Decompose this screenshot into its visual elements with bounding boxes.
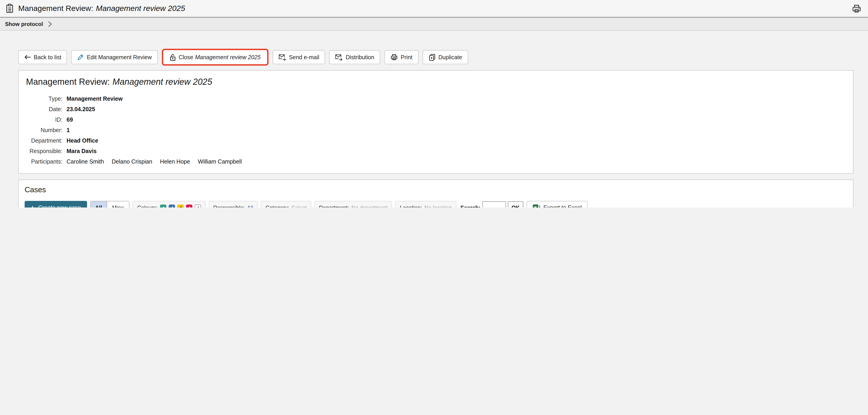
app-window: Management Review: Management review 202… xyxy=(0,0,868,207)
field-department-label: Department: xyxy=(26,137,62,144)
print-label: Print xyxy=(401,54,412,60)
field-date: Date: 23.04.2025 xyxy=(26,104,846,114)
send-email-button[interactable]: Send e-mail xyxy=(272,50,325,64)
colour-checkbox-blue[interactable]: ✓ xyxy=(168,204,175,207)
plus-icon: + xyxy=(31,204,35,207)
field-participants: Participants: Caroline Smith Delano Cris… xyxy=(26,156,846,167)
close-management-review-button[interactable]: Close Management review 2025 xyxy=(164,50,266,64)
scope-all-tab[interactable]: All xyxy=(91,201,107,207)
clipboard-icon xyxy=(5,4,14,13)
close-label: Close xyxy=(179,54,193,60)
field-id-value: 69 xyxy=(67,116,73,123)
field-number-label: Number: xyxy=(26,127,62,133)
search-input[interactable] xyxy=(482,201,506,207)
field-type: Type: Management Review xyxy=(26,93,846,104)
review-details-panel: Management Review: Management review 202… xyxy=(18,70,854,174)
create-new-case-button[interactable]: + Create new case xyxy=(25,201,87,207)
export-to-excel-label: Export to Excel xyxy=(544,204,582,207)
details-heading: Management Review: Management review 202… xyxy=(26,77,846,87)
field-type-value: Management Review xyxy=(67,96,123,102)
duplicate-icon xyxy=(428,54,436,61)
department-filter-group[interactable]: Department: No department xyxy=(314,201,392,207)
send-email-label: Send e-mail xyxy=(289,54,319,60)
participant-name: Helen Hope xyxy=(160,158,190,165)
window-title-prefix: Management Review: xyxy=(18,4,93,13)
action-toolbar: Back to list Edit Management Review Clos… xyxy=(18,49,868,66)
close-button-highlight: Close Management review 2025 xyxy=(162,49,269,66)
field-responsible: Responsible: Mara Davis xyxy=(26,146,846,156)
colour-checkbox-teal[interactable]: ✓ xyxy=(160,204,166,207)
participant-name: Delano Crispian xyxy=(112,158,152,165)
show-protocol-label: Show protocol xyxy=(5,21,43,27)
responsible-filter-group[interactable]: Responsible: All xyxy=(209,201,257,207)
window-title: Management Review: Management review 202… xyxy=(18,4,185,13)
edit-label: Edit Management Review xyxy=(87,54,152,60)
field-date-label: Date: xyxy=(26,106,62,112)
show-protocol-bar[interactable]: Show protocol xyxy=(0,17,868,31)
department-filter-label: Department: xyxy=(319,204,349,207)
lock-open-icon xyxy=(169,54,176,61)
field-responsible-label: Responsible: xyxy=(26,148,62,154)
back-to-list-button[interactable]: Back to list xyxy=(18,50,67,64)
participant-name: Caroline Smith xyxy=(67,158,104,165)
cases-filter-bar: + Create new case All Mine Colours: ✓ ✓ … xyxy=(25,201,847,207)
mail-send-icon xyxy=(278,54,286,61)
field-id: ID: 69 xyxy=(26,114,846,125)
export-to-excel-button[interactable]: Export to Excel xyxy=(527,201,588,207)
arrow-left-icon xyxy=(24,54,31,60)
location-filter-label: Location: xyxy=(400,204,422,207)
location-filter-group[interactable]: Location: No location xyxy=(395,201,456,207)
category-filter-value[interactable]: Select xyxy=(291,204,307,207)
department-filter-value[interactable]: No department xyxy=(351,204,388,207)
top-bar: Management Review: Management review 202… xyxy=(0,0,868,17)
search-area: Search: OK xyxy=(460,201,523,207)
window-title-name: Management review 2025 xyxy=(96,4,185,13)
details-heading-prefix: Management Review: xyxy=(26,77,110,87)
chevron-right-icon xyxy=(48,21,52,27)
responsible-filter-label: Responsible: xyxy=(213,204,245,207)
field-responsible-value: Mara Davis xyxy=(67,148,97,154)
category-filter-label: Category: xyxy=(266,204,289,207)
location-filter-value[interactable]: No location xyxy=(425,204,452,207)
create-new-case-label: Create new case xyxy=(38,204,81,207)
field-department-value: Head Office xyxy=(67,137,98,144)
field-date-value: 23.04.2025 xyxy=(67,106,95,112)
field-number-value: 1 xyxy=(67,127,70,133)
cases-panel: Cases + Create new case All Mine Colours… xyxy=(18,179,854,207)
field-department: Department: Head Office xyxy=(26,135,846,146)
colour-checkbox-white[interactable]: ✓ xyxy=(194,204,201,207)
field-number: Number: 1 xyxy=(26,125,846,135)
field-id-label: ID: xyxy=(26,116,62,123)
excel-icon xyxy=(532,204,541,207)
printer-icon xyxy=(851,3,862,13)
pencil-icon xyxy=(77,54,84,61)
details-heading-name: Management review 2025 xyxy=(113,77,212,87)
responsible-filter-value[interactable]: All xyxy=(247,204,253,207)
colour-checkbox-red[interactable]: ✓ xyxy=(186,204,192,207)
distribution-button[interactable]: Distribution xyxy=(330,50,380,64)
search-label: Search: xyxy=(460,204,480,207)
close-label-name: Management review 2025 xyxy=(195,54,261,60)
scope-mine-tab[interactable]: Mine xyxy=(107,201,129,207)
participant-name: William Campbell xyxy=(198,158,242,165)
field-participants-label: Participants: xyxy=(26,158,62,165)
colour-checkbox-yellow[interactable]: ✓ xyxy=(177,204,184,207)
search-ok-button[interactable]: OK xyxy=(508,201,523,207)
mail-send-icon xyxy=(335,54,343,61)
field-type-label: Type: xyxy=(26,96,62,102)
category-filter-group[interactable]: Category: Select xyxy=(261,201,311,207)
back-to-list-label: Back to list xyxy=(34,54,61,60)
duplicate-button[interactable]: Duplicate xyxy=(423,50,468,64)
colours-filter-group: Colours: ✓ ✓ ✓ ✓ ✓ xyxy=(133,201,206,207)
printer-icon xyxy=(390,53,398,61)
print-page-button[interactable] xyxy=(851,2,863,14)
cases-heading: Cases xyxy=(25,185,853,194)
edit-management-review-button[interactable]: Edit Management Review xyxy=(71,50,158,64)
print-button[interactable]: Print xyxy=(384,50,418,64)
duplicate-label: Duplicate xyxy=(438,54,462,60)
colours-label: Colours: xyxy=(137,204,157,207)
scope-toggle: All Mine xyxy=(90,201,129,207)
distribution-label: Distribution xyxy=(346,54,374,60)
